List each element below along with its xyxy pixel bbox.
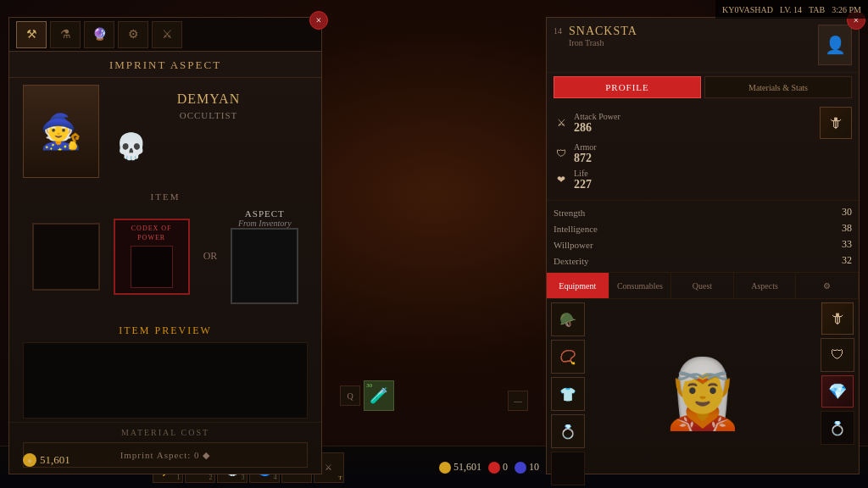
equip-slot-empty1[interactable] [551,452,585,485]
map-icon[interactable]: Q [340,385,360,406]
aspect-section: ASPECT From Inventory [231,208,298,304]
npc-icon: 💀 [109,120,152,171]
craft-slots: CODEX OFPOWER OR ASPECT From Inventory [23,208,308,304]
stats-section: ⚔ Attack Power 286 🗡 🛡 Armor 872 ❤ Life … [547,102,859,201]
blue-currency: 10 [515,461,539,474]
player-level: LV. 14 [780,5,802,14]
dexterity-value: 32 [842,254,852,267]
craft-area: ITEM CODEX OFPOWER OR ASPECT From Invent… [9,185,321,321]
blue-currency-value: 10 [529,461,539,474]
imprint-aspect-panel: × ⚒ ⚗ 🔮 ⚙ ⚔ IMPRINT ASPECT 🧙 DEMYAN OCCU… [8,17,322,474]
red-currency-icon [488,462,500,474]
profile-button[interactable]: PROFILE [554,76,701,98]
strength-value: 30 [842,206,852,219]
gold-icon: ● [23,453,36,467]
armor-icon: 🛡 [554,147,569,162]
right-currencies: 51,601 0 10 [432,461,546,474]
attributes-section: Strength 30 Intelligence 38 Willpower 33… [547,201,859,273]
life-value: 227 [574,178,852,191]
tab-filter-icon[interactable]: ⚙ [796,273,859,298]
strength-row: Strength 30 [554,204,852,220]
life-info: Life 227 [574,169,852,191]
weapon-thumb: 🗡 [820,107,852,139]
tab-quest[interactable]: Quest [671,273,734,298]
character-skill-slot[interactable]: 🧪 30 [364,380,394,411]
tab-quest-label: Quest [693,281,712,291]
char-display: 🪖 📿 👕 💍 🧝 🗡 🛡 💎 💍 [547,299,859,488]
npc-portrait: 🧙 [23,85,99,178]
minimap-button-area: Q 🧪 30 [340,380,394,411]
character-panel: × 14 SNACKSTA Iron Trash 👤 PROFILE Mater… [546,17,860,474]
item-slot[interactable] [32,223,100,291]
bottom-right-icons: — [508,391,528,411]
game-area: Q 🧪 30 — [326,17,542,449]
tab-weapon[interactable]: ⚔ [152,21,182,48]
life-label: Life [574,169,852,178]
willpower-label: Willpower [554,240,593,250]
aspect-slot[interactable] [231,228,298,304]
armor-info: Armor 872 [574,142,852,165]
char-level: 14 [554,26,562,36]
char-portrait-thumb: 👤 [818,25,852,65]
tab-consumables[interactable]: Consumables [609,273,672,298]
willpower-row: Willpower 33 [554,236,852,252]
char-figure: 🧝 [660,354,745,434]
equip-slot-offhand[interactable]: 🛡 [821,338,854,372]
armor-value: 872 [574,152,852,165]
tab-gem[interactable]: 🔮 [84,21,114,48]
life-row: ❤ Life 227 [554,169,852,191]
close-button[interactable]: × [309,11,328,30]
intelligence-value: 38 [842,222,852,235]
equip-slot-ring1[interactable]: 💍 [551,414,585,448]
red-currency-value: 0 [503,461,508,474]
npc-section: 🧙 DEMYAN OCCULTIST 💀 [9,78,321,185]
equip-slot-helmet[interactable]: 🪖 [551,302,585,336]
tab-gear[interactable]: ⚙ [118,21,148,48]
red-currency: 0 [488,461,508,474]
aspect-subtitle: From Inventory [231,219,298,228]
profile-btn-row: PROFILE Materials & Stats [547,73,859,102]
or-label: OR [203,250,218,263]
intelligence-row: Intelligence 38 [554,220,852,236]
equip-thumb-red[interactable]: 💎 [821,375,854,408]
equip-thumb-1[interactable]: 🗡 [821,302,854,335]
codex-slot[interactable]: CODEX OFPOWER [114,219,190,295]
armor-row: 🛡 Armor 872 [554,142,852,165]
blue-currency-icon [515,462,526,474]
tab-hint: TAB [809,5,825,14]
game-time: 3:26 PM [832,5,861,14]
willpower-value: 33 [842,238,852,251]
tab-alchemy[interactable]: ⚗ [50,21,81,48]
npc-info: DEMYAN OCCULTIST 💀 [109,92,308,171]
top-bar: KY0VASHAD LV. 14 TAB 3:26 PM [715,0,868,19]
equipment-tabs: Equipment Consumables Quest Aspects ⚙ [547,273,859,299]
right-gold: 51,601 [439,461,481,474]
tab-equipment[interactable]: Equipment [547,273,609,298]
tab-aspects[interactable]: Aspects [734,273,797,298]
dexterity-label: Dexterity [554,256,589,266]
expand-icon[interactable]: — [508,391,528,411]
codex-label: CODEX OFPOWER [131,225,172,242]
player-name: KY0VASHAD [722,5,773,14]
right-equipment-slots: 🗡 🛡 💎 💍 [816,299,859,488]
gold-value: 51,601 [40,453,70,467]
equip-slot-amulet[interactable]: 📿 [551,340,585,374]
npc-name: DEMYAN [109,92,308,107]
equip-slot-ring2[interactable]: 💍 [821,411,854,445]
gold-value-right: 51,601 [453,461,481,474]
attack-power-icon: ⚔ [554,115,569,130]
intelligence-label: Intelligence [554,224,598,234]
attack-power-label: Attack Power [574,112,815,121]
item-preview-box [23,342,308,419]
tab-bar: ⚒ ⚗ 🔮 ⚙ ⚔ [9,18,321,52]
gold-display: ● 51,601 [23,453,70,467]
left-equipment-slots: 🪖 📿 👕 💍 [547,299,589,488]
materials-stats-button[interactable]: Materials & Stats [704,76,852,98]
strength-label: Strength [554,208,585,218]
panel-title: IMPRINT ASPECT [9,52,321,78]
tab-craft[interactable]: ⚒ [16,21,47,48]
item-label: ITEM [23,191,308,202]
dexterity-row: Dexterity 32 [554,252,852,269]
tab-equipment-label: Equipment [559,281,596,291]
equip-slot-chest[interactable]: 👕 [551,377,585,411]
